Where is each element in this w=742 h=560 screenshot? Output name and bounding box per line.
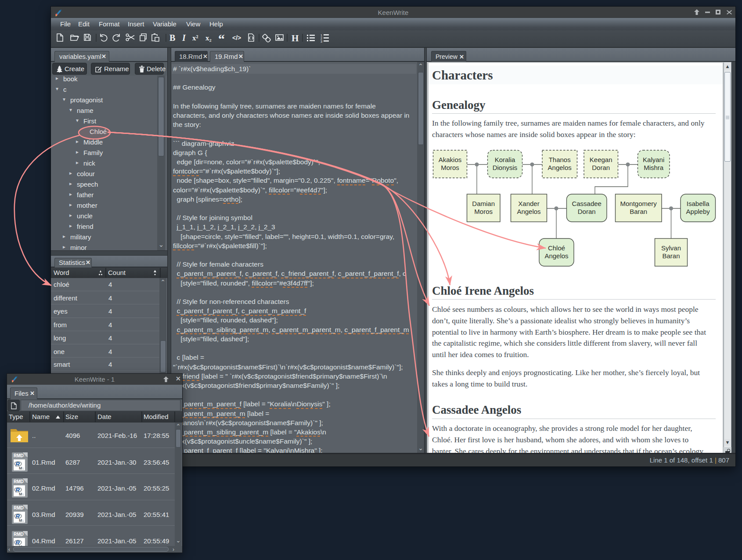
svg-text:1: 1 [321, 34, 322, 37]
svg-text:Moros: Moros [474, 208, 493, 215]
svg-text:Koralia: Koralia [495, 156, 515, 163]
svg-text:I: I [182, 33, 186, 43]
svg-text:M↓: M↓ [19, 492, 24, 496]
svg-text:Xander: Xander [518, 200, 539, 207]
svg-text:“: “ [218, 32, 225, 46]
svg-text:Kalyani: Kalyani [643, 156, 664, 163]
svg-text:Isabella: Isabella [687, 200, 710, 207]
svg-text:Montgomery: Montgomery [620, 200, 657, 207]
svg-text:RMD: RMD [14, 506, 24, 510]
svg-text:2: 2 [321, 37, 322, 40]
svg-text:Chloé: Chloé [548, 244, 565, 252]
svg-text:Akakios: Akakios [439, 156, 462, 163]
svg-text:</>: </> [232, 34, 241, 41]
svg-text:Angelos: Angelos [544, 252, 568, 260]
svg-text:Thanos: Thanos [549, 156, 571, 163]
svg-text:Doran: Doran [578, 208, 596, 215]
svg-text:RMD: RMD [14, 453, 24, 458]
svg-text:x₂: x₂ [205, 34, 212, 42]
svg-text:Appleby: Appleby [686, 208, 710, 215]
svg-text:Moros: Moros [441, 164, 459, 171]
svg-text:Dionysis: Dionysis [493, 164, 518, 171]
svg-text:Angelos: Angelos [517, 208, 540, 215]
svg-text:H: H [292, 33, 299, 43]
svg-text:Cassadee: Cassadee [572, 200, 602, 207]
svg-text:Baran: Baran [662, 252, 680, 260]
svg-text:Angelos: Angelos [548, 164, 572, 171]
svg-text:M↓: M↓ [19, 466, 24, 470]
svg-text:x²: x² [192, 34, 198, 42]
svg-text:Doran: Doran [592, 164, 610, 171]
svg-text:Damian: Damian [472, 200, 495, 207]
svg-text:RMD: RMD [14, 532, 24, 537]
svg-text:Mishra: Mishra [644, 164, 664, 171]
svg-text:RMD: RMD [14, 479, 24, 484]
svg-text:B: B [169, 33, 175, 43]
svg-text:M↓: M↓ [19, 518, 24, 523]
svg-text:Keegan: Keegan [590, 156, 612, 163]
svg-text:3: 3 [321, 40, 322, 43]
svg-text:Baran: Baran [630, 208, 647, 215]
svg-text:Sylvan: Sylvan [661, 244, 681, 252]
